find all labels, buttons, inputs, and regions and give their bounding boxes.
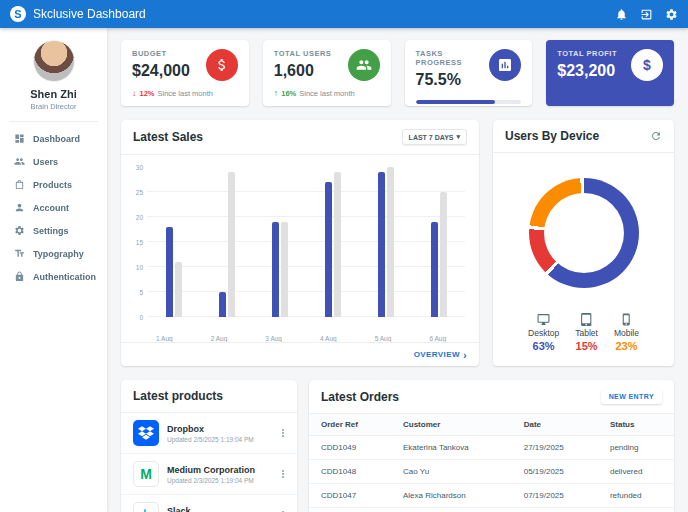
- sales-chart-plot: [147, 167, 465, 317]
- gear-icon: [14, 225, 25, 236]
- tasks-progress-bar: [416, 100, 522, 104]
- sidebar-item-label: Typography: [33, 249, 84, 259]
- overview-button[interactable]: OVERVIEW ›: [414, 350, 467, 359]
- x-axis-label: 4 Aug: [301, 335, 356, 342]
- table-row: CDD1049 Ekaterina Tankova 27/19/2025 pen…: [309, 436, 674, 460]
- list-item: Slack Updated 2/3/2025 1:19:04 PM: [121, 495, 297, 512]
- total-users-value: 1,600: [274, 62, 332, 80]
- users-by-device-title: Users By Device: [505, 129, 599, 143]
- main-content: BUDGET $24,000 ↓ 12% Since last month TO…: [107, 28, 688, 512]
- sales-bar: [219, 292, 226, 317]
- device-chart: [493, 153, 674, 313]
- people-icon: [348, 49, 380, 81]
- x-axis-label: 6 Aug: [410, 335, 465, 342]
- sidebar-item-typography[interactable]: Typography: [0, 242, 107, 265]
- total-users-delta: ↑ 16% Since last month: [274, 88, 380, 98]
- product-updated: Updated 2/5/2025 1:19:04 PM: [167, 436, 269, 443]
- latest-products-card: Latest products Dropbox Updated 2/5/2025…: [121, 380, 297, 512]
- budget-delta: ↓ 12% Since last month: [132, 88, 238, 98]
- budget-label: BUDGET: [132, 49, 190, 58]
- product-name: Dropbox: [167, 424, 269, 434]
- last-7-days-button[interactable]: LAST 7 DAYS ▾: [402, 129, 467, 145]
- column-header: Customer: [391, 414, 512, 436]
- dots-vertical-icon: [277, 468, 289, 480]
- table-row: CDD1048 Cao Yu 05/19/2025 delivered: [309, 460, 674, 484]
- x-axis-label: 5 Aug: [356, 335, 411, 342]
- tablet-icon: [580, 313, 593, 326]
- sidebar-item-dashboard[interactable]: Dashboard: [0, 127, 107, 150]
- more-options-button[interactable]: [277, 468, 289, 480]
- status-badge: delivered: [598, 460, 674, 484]
- sidebar-nav: Dashboard Users Products Account Setting…: [0, 127, 107, 288]
- column-header: Date: [512, 414, 598, 436]
- total-users-delta-pct: 16%: [281, 89, 296, 98]
- y-axis-label: 15: [136, 239, 143, 246]
- product-list: Dropbox Updated 2/5/2025 1:19:04 PM M Me…: [121, 413, 297, 512]
- sales-bar-group: [306, 167, 359, 317]
- budget-delta-pct: 12%: [140, 89, 155, 98]
- sales-bar: [228, 172, 235, 317]
- notifications-button[interactable]: [615, 8, 628, 21]
- last-7-days-label: LAST 7 DAYS: [409, 134, 454, 141]
- sales-bar-group: [200, 167, 253, 317]
- order-customer: Cao Yu: [391, 460, 512, 484]
- gear-icon: [665, 8, 678, 21]
- text-fields-icon: [14, 248, 25, 259]
- tasks-progress-value: 75.5%: [416, 71, 490, 89]
- refresh-button[interactable]: [650, 130, 662, 142]
- slack-logo-icon: [133, 502, 159, 512]
- lists-row: Latest products Dropbox Updated 2/5/2025…: [121, 380, 674, 512]
- sidebar-item-users[interactable]: Users: [0, 150, 107, 173]
- budget-value: $24,000: [132, 62, 190, 80]
- device-donut: [529, 178, 639, 288]
- latest-sales-card: Latest Sales LAST 7 DAYS ▾ 302520151050 …: [121, 120, 479, 366]
- avatar[interactable]: [33, 40, 75, 82]
- sales-bar-group: [253, 167, 306, 317]
- settings-button[interactable]: [665, 8, 678, 21]
- dots-vertical-icon: [277, 427, 289, 439]
- bell-icon: [615, 8, 628, 21]
- sidebar-item-label: Products: [33, 180, 72, 190]
- sales-bar: [272, 222, 279, 317]
- y-axis-label: 5: [139, 289, 143, 296]
- total-profit-label: TOTAL PROFIT: [557, 49, 617, 58]
- device-legend-item: Tablet 15%: [575, 313, 598, 352]
- latest-products-title: Latest products: [133, 389, 223, 403]
- more-options-button[interactable]: [277, 427, 289, 439]
- shopping-bag-icon: [14, 179, 25, 190]
- x-axis-label: 1 Aug: [137, 335, 192, 342]
- caret-down-icon: ▾: [456, 133, 460, 141]
- dropbox-logo-icon: [133, 420, 159, 446]
- mobile-icon: [620, 313, 633, 326]
- new-entry-button[interactable]: NEW ENTRY: [601, 389, 662, 404]
- sidebar-item-label: Authentication: [33, 272, 96, 282]
- device-legend-item: Desktop 63%: [528, 313, 559, 352]
- exit-to-app-icon: [640, 8, 653, 21]
- orders-table: Order Ref Customer Date Status CDD1049 E…: [309, 414, 674, 508]
- sales-chart-ylabels: 302520151050: [131, 167, 147, 317]
- sidebar-item-products[interactable]: Products: [0, 173, 107, 196]
- sales-bar: [378, 172, 385, 317]
- input-button[interactable]: [640, 8, 653, 21]
- sidebar-divider: [9, 121, 99, 122]
- y-axis-label: 0: [139, 314, 143, 321]
- list-item: Dropbox Updated 2/5/2025 1:19:04 PM: [121, 413, 297, 454]
- sidebar-item-settings[interactable]: Settings: [0, 219, 107, 242]
- table-row: CDD1047 Alexa Richardson 07/19/2025 refu…: [309, 484, 674, 508]
- order-date: 27/19/2025: [512, 436, 598, 460]
- refresh-icon: [650, 130, 662, 142]
- sidebar-item-account[interactable]: Account: [0, 196, 107, 219]
- chart-icon: [489, 49, 521, 81]
- lock-icon: [14, 271, 25, 282]
- order-customer: Alexa Richardson: [391, 484, 512, 508]
- y-axis-label: 30: [136, 164, 143, 171]
- sales-bar-group: [359, 167, 412, 317]
- x-axis-label: 3 Aug: [246, 335, 301, 342]
- sidebar-item-label: Account: [33, 203, 69, 213]
- sidebar-item-authentication[interactable]: Authentication: [0, 265, 107, 288]
- tasks-progress-card: TASKS PROGRESS 75.5%: [405, 40, 533, 106]
- y-axis-label: 25: [136, 189, 143, 196]
- order-customer: Ekaterina Tankova: [391, 436, 512, 460]
- total-profit-card: TOTAL PROFIT $23,200 $: [546, 40, 674, 106]
- device-legend-label: Desktop: [528, 328, 559, 338]
